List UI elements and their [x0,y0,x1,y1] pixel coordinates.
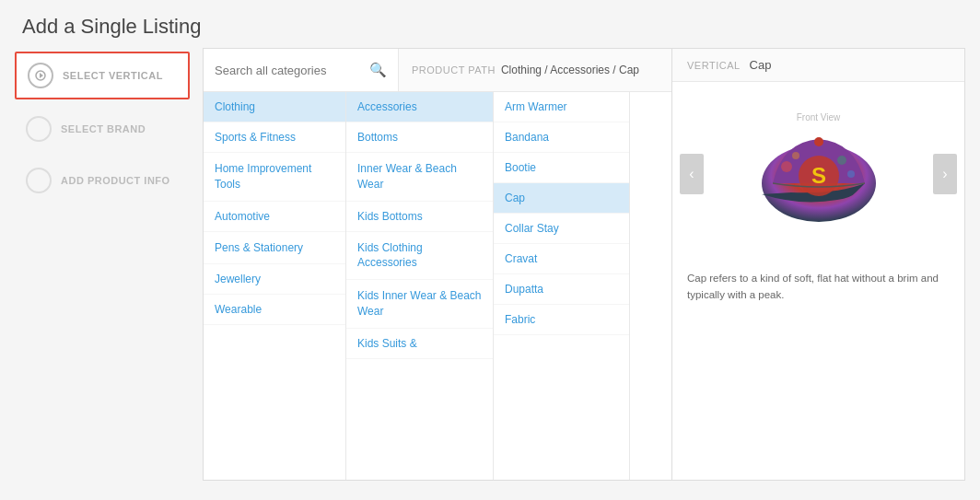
search-bar: 🔍 [204,49,399,91]
cat-item-collar-stay[interactable]: Collar Stay [494,214,629,244]
cat-item-arm-warmer[interactable]: Arm Warmer [494,92,629,122]
step-label-1: SELECT VERTICAL [63,70,163,81]
steps-sidebar: SELECT VERTICAL SELECT BRAND ADD PRODUCT… [15,48,190,203]
svg-point-3 [814,137,823,146]
step-select-vertical[interactable]: SELECT VERTICAL [15,52,190,99]
cat-item-wearable[interactable]: Wearable [204,295,345,325]
cat-item-kids-bottoms[interactable]: Kids Bottoms [346,202,493,232]
category-selector: 🔍 Product Path Clothing / Accessories / … [204,49,671,480]
cat-item-bandana[interactable]: Bandana [494,122,629,153]
cap-image: S [745,128,892,234]
preview-vertical-label: VERTICAL [687,60,741,71]
product-path-label: Product Path [412,64,496,76]
cat-item-bootie[interactable]: Bootie [494,153,629,183]
cat-item-cap[interactable]: Cap [494,183,629,214]
category-column-2: Accessories Bottoms Inner Wear & Beach W… [346,92,494,480]
step-label-2: SELECT BRAND [61,123,146,134]
svg-text:S: S [811,163,825,188]
svg-point-6 [781,161,792,172]
cat-item-kids-clothing[interactable]: Kids Clothing Accessories [346,232,493,281]
cat-item-clothing[interactable]: Clothing [204,92,345,122]
cat-item-home-improvement[interactable]: Home Improvement Tools [204,153,345,202]
cat-item-kids-suits[interactable]: Kids Suits & [346,329,493,359]
product-path-value: Clothing / Accessories / Cap [501,64,639,76]
page-title: Add a Single Listing [0,0,980,48]
preview-vertical-value: Cap [750,58,772,72]
preview-panel: VERTICAL Cap ‹ Front View [671,49,964,480]
cat-item-inner-wear[interactable]: Inner Wear & Beach Wear [346,153,493,202]
cat-item-cravat[interactable]: Cravat [494,244,629,274]
preview-image-area: ‹ Front View [672,82,964,266]
preview-description: Cap refers to a kind of soft, flat hat w… [672,266,964,319]
svg-point-7 [792,152,799,159]
cat-item-sports[interactable]: Sports & Fitness [204,122,345,153]
cat-item-automotive[interactable]: Automotive [204,202,345,232]
search-icon: 🔍 [369,62,387,78]
cat-item-dupatta[interactable]: Dupatta [494,274,629,305]
step-label-3: ADD PRODUCT INFO [61,175,170,186]
step-select-brand[interactable]: SELECT BRAND [15,107,190,151]
preview-header: VERTICAL Cap [672,49,964,82]
svg-point-9 [847,170,855,178]
svg-point-8 [837,156,846,165]
category-column-1: Clothing Sports & Fitness Home Improveme… [204,92,346,480]
front-view-label: Front View [745,112,892,122]
category-column-3: Arm Warmer Bandana Bootie Cap Collar Sta… [494,92,630,480]
product-path-bar: Product Path Clothing / Accessories / Ca… [399,49,671,91]
svg-marker-1 [40,73,43,78]
cat-item-fabric[interactable]: Fabric [494,305,629,335]
cat-item-pens-stationery[interactable]: Pens & Stationery [204,232,345,265]
next-image-button[interactable]: › [933,154,957,194]
search-input[interactable] [215,64,369,77]
step-circle-3 [26,168,52,193]
cat-item-kids-inner-wear[interactable]: Kids Inner Wear & Beach Wear [346,280,493,329]
cat-item-bottoms[interactable]: Bottoms [346,122,493,153]
step-circle-2 [26,116,52,142]
cat-item-jewellery[interactable]: Jewellery [204,264,345,295]
step-add-product-info[interactable]: ADD PRODUCT INFO [15,158,190,203]
cat-item-accessories[interactable]: Accessories [346,92,493,122]
prev-image-button[interactable]: ‹ [680,154,704,194]
step-circle-1 [28,63,53,88]
category-column-empty [630,92,671,480]
